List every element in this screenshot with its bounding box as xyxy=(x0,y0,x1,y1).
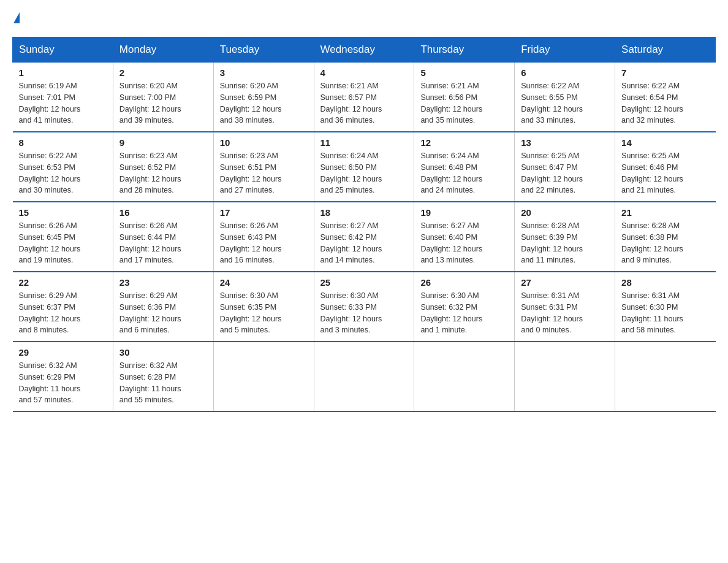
day-cell: 27 Sunrise: 6:31 AMSunset: 6:31 PMDaylig… xyxy=(515,272,615,342)
day-number: 6 xyxy=(521,67,609,78)
day-number: 20 xyxy=(521,207,609,218)
day-info: Sunrise: 6:21 AMSunset: 6:56 PMDaylight:… xyxy=(420,82,482,124)
day-cell xyxy=(515,342,615,412)
day-cell: 16 Sunrise: 6:26 AMSunset: 6:44 PMDaylig… xyxy=(113,202,213,272)
day-info: Sunrise: 6:23 AMSunset: 6:52 PMDaylight:… xyxy=(119,151,181,194)
calendar-header: SundayMondayTuesdayWednesdayThursdayFrid… xyxy=(13,37,716,63)
week-row-4: 22 Sunrise: 6:29 AMSunset: 6:37 PMDaylig… xyxy=(13,272,716,342)
calendar-table: SundayMondayTuesdayWednesdayThursdayFrid… xyxy=(12,37,716,412)
day-info: Sunrise: 6:27 AMSunset: 6:40 PMDaylight:… xyxy=(420,221,482,264)
day-cell: 23 Sunrise: 6:29 AMSunset: 6:36 PMDaylig… xyxy=(113,272,213,342)
day-number: 29 xyxy=(19,347,107,358)
day-info: Sunrise: 6:31 AMSunset: 6:31 PMDaylight:… xyxy=(521,291,583,334)
day-info: Sunrise: 6:30 AMSunset: 6:35 PMDaylight:… xyxy=(220,291,282,334)
day-number: 7 xyxy=(621,67,709,78)
day-info: Sunrise: 6:28 AMSunset: 6:38 PMDaylight:… xyxy=(621,221,683,264)
day-cell: 11 Sunrise: 6:24 AMSunset: 6:50 PMDaylig… xyxy=(314,132,414,202)
day-cell: 10 Sunrise: 6:23 AMSunset: 6:51 PMDaylig… xyxy=(213,132,314,202)
day-info: Sunrise: 6:29 AMSunset: 6:36 PMDaylight:… xyxy=(119,291,181,334)
day-number: 8 xyxy=(19,137,107,148)
day-cell: 28 Sunrise: 6:31 AMSunset: 6:30 PMDaylig… xyxy=(615,272,716,342)
day-number: 18 xyxy=(320,207,408,218)
day-cell: 21 Sunrise: 6:28 AMSunset: 6:38 PMDaylig… xyxy=(615,202,716,272)
day-info: Sunrise: 6:24 AMSunset: 6:48 PMDaylight:… xyxy=(420,151,482,194)
header-day-tuesday: Tuesday xyxy=(213,37,314,63)
day-cell: 3 Sunrise: 6:20 AMSunset: 6:59 PMDayligh… xyxy=(213,63,314,132)
day-number: 23 xyxy=(119,277,207,288)
day-number: 19 xyxy=(420,207,508,218)
header-day-monday: Monday xyxy=(113,37,213,63)
day-cell: 25 Sunrise: 6:30 AMSunset: 6:33 PMDaylig… xyxy=(314,272,414,342)
day-cell: 29 Sunrise: 6:32 AMSunset: 6:29 PMDaylig… xyxy=(13,342,113,412)
day-number: 17 xyxy=(220,207,308,218)
day-info: Sunrise: 6:29 AMSunset: 6:37 PMDaylight:… xyxy=(19,291,81,334)
day-info: Sunrise: 6:25 AMSunset: 6:47 PMDaylight:… xyxy=(521,151,583,194)
day-number: 24 xyxy=(220,277,308,288)
header-day-wednesday: Wednesday xyxy=(314,37,414,63)
day-number: 27 xyxy=(521,277,609,288)
day-info: Sunrise: 6:26 AMSunset: 6:45 PMDaylight:… xyxy=(19,221,81,264)
day-number: 3 xyxy=(220,67,308,78)
day-info: Sunrise: 6:27 AMSunset: 6:42 PMDaylight:… xyxy=(320,221,382,264)
day-cell xyxy=(213,342,314,412)
day-number: 26 xyxy=(420,277,508,288)
week-row-5: 29 Sunrise: 6:32 AMSunset: 6:29 PMDaylig… xyxy=(13,342,716,412)
day-number: 22 xyxy=(19,277,107,288)
day-cell: 26 Sunrise: 6:30 AMSunset: 6:32 PMDaylig… xyxy=(414,272,515,342)
day-number: 11 xyxy=(320,137,408,148)
day-number: 9 xyxy=(119,137,207,148)
day-info: Sunrise: 6:22 AMSunset: 6:54 PMDaylight:… xyxy=(621,82,683,124)
day-info: Sunrise: 6:19 AMSunset: 7:01 PMDaylight:… xyxy=(19,82,81,124)
day-info: Sunrise: 6:25 AMSunset: 6:46 PMDaylight:… xyxy=(621,151,683,194)
day-number: 5 xyxy=(420,67,508,78)
day-cell: 30 Sunrise: 6:32 AMSunset: 6:28 PMDaylig… xyxy=(113,342,213,412)
day-number: 25 xyxy=(320,277,408,288)
day-cell: 1 Sunrise: 6:19 AMSunset: 7:01 PMDayligh… xyxy=(13,63,113,132)
week-row-2: 8 Sunrise: 6:22 AMSunset: 6:53 PMDayligh… xyxy=(13,132,716,202)
day-cell: 4 Sunrise: 6:21 AMSunset: 6:57 PMDayligh… xyxy=(314,63,414,132)
day-cell: 18 Sunrise: 6:27 AMSunset: 6:42 PMDaylig… xyxy=(314,202,414,272)
week-row-1: 1 Sunrise: 6:19 AMSunset: 7:01 PMDayligh… xyxy=(13,63,716,132)
day-info: Sunrise: 6:24 AMSunset: 6:50 PMDaylight:… xyxy=(320,151,382,194)
day-info: Sunrise: 6:22 AMSunset: 6:53 PMDaylight:… xyxy=(19,151,81,194)
page-header xyxy=(12,12,716,25)
day-info: Sunrise: 6:32 AMSunset: 6:29 PMDaylight:… xyxy=(19,361,81,404)
day-cell: 8 Sunrise: 6:22 AMSunset: 6:53 PMDayligh… xyxy=(13,132,113,202)
day-info: Sunrise: 6:26 AMSunset: 6:43 PMDaylight:… xyxy=(220,221,282,264)
header-day-friday: Friday xyxy=(515,37,615,63)
day-number: 2 xyxy=(119,67,207,78)
day-cell xyxy=(615,342,716,412)
day-info: Sunrise: 6:20 AMSunset: 6:59 PMDaylight:… xyxy=(220,82,282,124)
header-row: SundayMondayTuesdayWednesdayThursdayFrid… xyxy=(13,37,716,63)
day-info: Sunrise: 6:31 AMSunset: 6:30 PMDaylight:… xyxy=(621,291,683,334)
day-number: 1 xyxy=(19,67,107,78)
day-cell: 12 Sunrise: 6:24 AMSunset: 6:48 PMDaylig… xyxy=(414,132,515,202)
logo-text xyxy=(12,12,20,25)
day-number: 14 xyxy=(621,137,709,148)
day-cell: 2 Sunrise: 6:20 AMSunset: 7:00 PMDayligh… xyxy=(113,63,213,132)
day-cell xyxy=(414,342,515,412)
header-day-sunday: Sunday xyxy=(13,37,113,63)
day-number: 30 xyxy=(119,347,207,358)
header-day-thursday: Thursday xyxy=(414,37,515,63)
week-row-3: 15 Sunrise: 6:26 AMSunset: 6:45 PMDaylig… xyxy=(13,202,716,272)
day-cell: 22 Sunrise: 6:29 AMSunset: 6:37 PMDaylig… xyxy=(13,272,113,342)
day-info: Sunrise: 6:28 AMSunset: 6:39 PMDaylight:… xyxy=(521,221,583,264)
header-day-saturday: Saturday xyxy=(615,37,716,63)
day-info: Sunrise: 6:23 AMSunset: 6:51 PMDaylight:… xyxy=(220,151,282,194)
day-cell: 9 Sunrise: 6:23 AMSunset: 6:52 PMDayligh… xyxy=(113,132,213,202)
day-cell: 7 Sunrise: 6:22 AMSunset: 6:54 PMDayligh… xyxy=(615,63,716,132)
day-number: 28 xyxy=(621,277,709,288)
day-cell xyxy=(314,342,414,412)
day-cell: 19 Sunrise: 6:27 AMSunset: 6:40 PMDaylig… xyxy=(414,202,515,272)
logo-blue-part xyxy=(12,12,20,25)
day-info: Sunrise: 6:21 AMSunset: 6:57 PMDaylight:… xyxy=(320,82,382,124)
day-number: 13 xyxy=(521,137,609,148)
logo xyxy=(12,12,20,25)
logo-triangle-icon xyxy=(13,12,20,23)
day-info: Sunrise: 6:30 AMSunset: 6:32 PMDaylight:… xyxy=(420,291,482,334)
day-cell: 17 Sunrise: 6:26 AMSunset: 6:43 PMDaylig… xyxy=(213,202,314,272)
day-number: 10 xyxy=(220,137,308,148)
calendar-body: 1 Sunrise: 6:19 AMSunset: 7:01 PMDayligh… xyxy=(13,63,716,412)
day-info: Sunrise: 6:20 AMSunset: 7:00 PMDaylight:… xyxy=(119,82,181,124)
